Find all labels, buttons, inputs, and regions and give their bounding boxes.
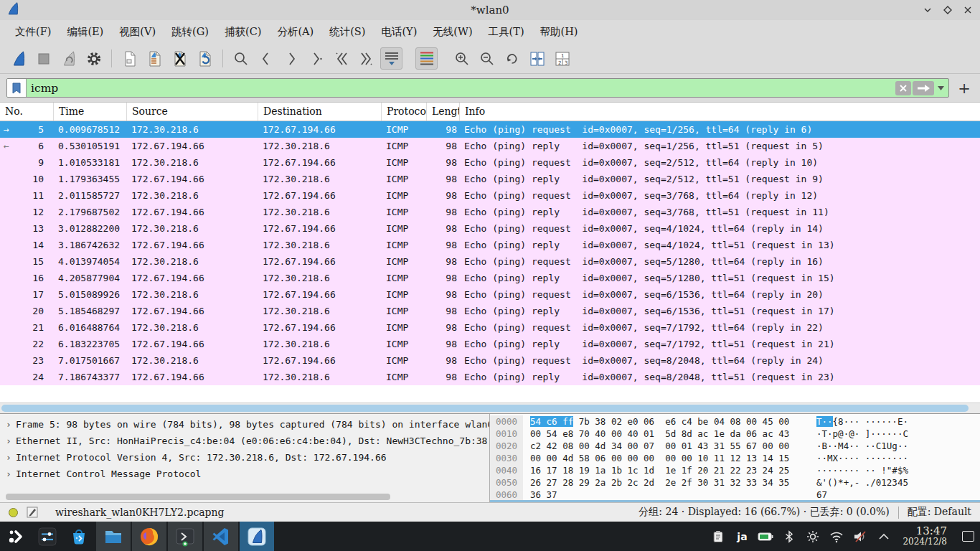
menu-edit[interactable]: 编辑(E) xyxy=(59,22,111,42)
maximize-button[interactable] xyxy=(943,5,953,15)
menu-tools[interactable]: 工具(T) xyxy=(481,22,532,42)
filter-clear-button[interactable] xyxy=(895,81,911,95)
hex-row[interactable]: 0020c2 42 08 00 4d 34 00 07 00 01 43 31 … xyxy=(490,440,980,452)
hex-row[interactable]: 004016 17 18 19 1a 1b 1c 1d 1e 1f 20 21 … xyxy=(490,464,980,476)
menu-telephony[interactable]: 电话(Y) xyxy=(373,22,425,42)
menu-analyze[interactable]: 分析(A) xyxy=(269,22,321,42)
column-header-protocol[interactable]: Protocol xyxy=(382,103,427,121)
packet-row[interactable]: 237.017501667172.30.218.6172.67.194.66IC… xyxy=(0,352,980,369)
hex-row[interactable]: 006036 3767 xyxy=(490,489,980,501)
last-packet-button[interactable] xyxy=(355,47,377,70)
menu-statistics[interactable]: 统计(S) xyxy=(321,22,373,42)
layout-button[interactable]: 123 xyxy=(551,47,573,70)
menu-go[interactable]: 跳转(G) xyxy=(164,22,217,42)
taskbar-file-manager-button[interactable] xyxy=(96,522,131,551)
profile-label[interactable]: 配置: Default xyxy=(908,506,971,519)
hscrollbar-thumb[interactable] xyxy=(1,405,969,412)
column-header-no[interactable]: No. xyxy=(0,103,54,121)
detail-tree-row[interactable]: ›Ethernet II, Src: HonHaiPrecis_c4:be:04… xyxy=(0,433,489,449)
packet-row[interactable]: 205.185468297172.67.194.66172.30.218.6IC… xyxy=(0,303,980,319)
taskbar-wireshark-button[interactable] xyxy=(240,522,274,551)
filter-apply-button[interactable] xyxy=(913,81,934,95)
zoom-in-button[interactable] xyxy=(451,47,473,70)
menu-help[interactable]: 帮助(H) xyxy=(532,22,586,42)
packet-row[interactable]: 175.015089926172.30.218.6172.67.194.66IC… xyxy=(0,286,980,303)
menu-wireless[interactable]: 无线(W) xyxy=(425,22,480,42)
hex-row[interactable]: 001000 54 e8 70 40 00 40 01 5d 8d ac 1e … xyxy=(490,428,980,440)
clipboard-icon[interactable] xyxy=(709,527,727,546)
app-launcher-button[interactable] xyxy=(0,522,32,551)
packet-row[interactable]: 143.186742632172.67.194.66172.30.218.6IC… xyxy=(0,237,980,253)
packet-row[interactable]: 133.012882200172.30.218.6172.67.194.66IC… xyxy=(0,220,980,237)
expand-chevron-icon[interactable]: › xyxy=(6,466,16,482)
detail-tree-row[interactable]: ›Internet Control Message Protocol xyxy=(0,466,489,482)
packet-row[interactable]: 112.011585727172.30.218.6172.67.194.66IC… xyxy=(0,187,980,204)
packet-row[interactable]: 101.179363455172.67.194.66172.30.218.6IC… xyxy=(0,171,980,187)
bluetooth-icon[interactable] xyxy=(780,527,798,546)
restart-capture-button[interactable] xyxy=(57,47,80,70)
start-capture-button[interactable] xyxy=(7,47,29,70)
close-file-button[interactable] xyxy=(169,47,191,70)
wifi-icon[interactable] xyxy=(827,527,846,546)
brightness-icon[interactable] xyxy=(804,527,822,546)
display-filter-input[interactable] xyxy=(27,79,895,97)
packet-list-hscrollbar[interactable] xyxy=(0,402,980,413)
filter-dropdown-button[interactable] xyxy=(936,81,946,95)
save-file-button[interactable] xyxy=(143,47,166,70)
find-packet-button[interactable] xyxy=(230,47,252,70)
capture-comment-icon[interactable] xyxy=(27,507,38,518)
expand-chevron-icon[interactable]: › xyxy=(6,449,16,466)
clock[interactable]: 13:47 2024/12/8 xyxy=(903,526,947,546)
hex-row[interactable]: 005026 27 28 29 2a 2b 2c 2d 2e 2f 30 31 … xyxy=(490,476,980,489)
packet-row[interactable]: 226.183223705172.67.194.66172.30.218.6IC… xyxy=(0,336,980,352)
taskbar-vscode-button[interactable] xyxy=(204,522,238,551)
column-header-time[interactable]: Time xyxy=(54,103,127,121)
show-desktop-button[interactable] xyxy=(962,531,974,542)
packet-row[interactable]: 6←0.530105191172.67.194.66172.30.218.6IC… xyxy=(0,138,980,154)
expand-chevron-icon[interactable]: › xyxy=(6,416,16,433)
tray-expander-icon[interactable] xyxy=(875,527,893,546)
packet-row[interactable]: 122.179687502172.67.194.66172.30.218.6IC… xyxy=(0,204,980,220)
minimize-button[interactable] xyxy=(923,5,933,15)
hex-row[interactable]: 003000 00 4d 58 06 00 00 00 00 00 10 11 … xyxy=(490,452,980,464)
discover-launcher-icon[interactable] xyxy=(63,522,95,551)
column-header-destination[interactable]: Destination xyxy=(258,103,382,121)
column-header-info[interactable]: Info xyxy=(460,103,980,121)
detail-tree-row[interactable]: ›Frame 5: 98 bytes on wire (784 bits), 9… xyxy=(0,416,489,433)
menu-capture[interactable]: 捕获(C) xyxy=(217,22,269,42)
auto-scroll-button[interactable] xyxy=(380,47,402,70)
packet-row[interactable]: 164.205877904172.67.194.66172.30.218.6IC… xyxy=(0,270,980,286)
first-packet-button[interactable] xyxy=(330,47,352,70)
capture-options-button[interactable] xyxy=(83,47,105,70)
zoom-out-button[interactable] xyxy=(476,47,498,70)
stop-capture-button[interactable] xyxy=(32,47,55,70)
packet-row[interactable]: 154.013974054172.30.218.6172.67.194.66IC… xyxy=(0,253,980,270)
taskbar-terminal-button[interactable] xyxy=(168,522,202,551)
next-packet-button[interactable] xyxy=(280,47,302,70)
expand-chevron-icon[interactable]: › xyxy=(6,433,16,449)
packet-row[interactable]: 91.010533181172.30.218.6172.67.194.66ICM… xyxy=(0,154,980,171)
expert-info-icon[interactable] xyxy=(9,508,18,517)
detail-tree-row[interactable]: ›Internet Protocol Version 4, Src: 172.3… xyxy=(0,449,489,466)
close-button[interactable] xyxy=(963,5,973,15)
settings-launcher-icon[interactable] xyxy=(32,522,63,551)
details-hscrollbar-thumb[interactable] xyxy=(6,494,390,500)
go-to-packet-button[interactable] xyxy=(305,47,327,70)
menu-file[interactable]: 文件(F) xyxy=(7,22,59,42)
open-file-button[interactable] xyxy=(118,47,141,70)
filter-bookmark-button[interactable] xyxy=(7,79,27,97)
input-method-indicator[interactable]: ja xyxy=(732,527,751,546)
column-header-length[interactable]: Length xyxy=(427,103,460,121)
previous-packet-button[interactable] xyxy=(255,47,277,70)
menu-view[interactable]: 视图(V) xyxy=(111,22,164,42)
taskbar-firefox-button[interactable] xyxy=(132,522,166,551)
packet-row[interactable]: 5→0.009678512172.30.218.6172.67.194.66IC… xyxy=(0,121,980,138)
reload-file-button[interactable] xyxy=(194,47,216,70)
column-header-source[interactable]: Source xyxy=(127,103,258,121)
filter-add-button[interactable]: + xyxy=(955,79,974,98)
packet-row[interactable]: 216.016488764172.30.218.6172.67.194.66IC… xyxy=(0,319,980,336)
resize-columns-button[interactable] xyxy=(526,47,548,70)
colorize-button[interactable] xyxy=(415,47,438,70)
battery-icon[interactable] xyxy=(756,527,775,546)
zoom-reset-button[interactable] xyxy=(501,47,523,70)
